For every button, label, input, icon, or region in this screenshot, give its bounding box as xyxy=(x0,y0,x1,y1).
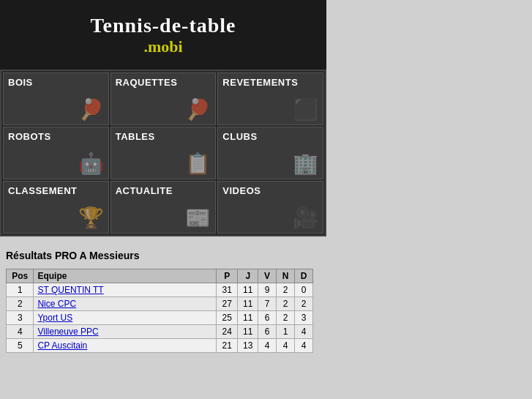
nav-item-classement[interactable]: CLASSEMENT🏆 xyxy=(3,181,109,234)
col-header-pos: Pos xyxy=(7,269,34,283)
cell-v: 4 xyxy=(258,339,277,353)
col-header-p: P xyxy=(216,269,237,283)
site-header: Tennis-de-table .mobi xyxy=(0,0,326,70)
cell-d: 2 xyxy=(295,297,313,311)
nav-label-clubs: CLUBS xyxy=(222,131,257,142)
robots-icon: 🤖 xyxy=(78,152,104,176)
nav-label-robots: ROBOTS xyxy=(8,131,51,142)
page-wrapper: Tennis-de-table .mobi BOIS🏓RAQUETTES🏓REV… xyxy=(0,0,532,399)
content-area: Résultats PRO A Messieurs Pos Equipe P J… xyxy=(0,236,532,360)
nav-item-actualite[interactable]: ACTUALITE📰 xyxy=(110,181,217,234)
col-header-d: D xyxy=(295,269,313,283)
team-link[interactable]: CP Auscitain xyxy=(37,340,87,351)
site-subtitle: .mobi xyxy=(143,37,182,56)
cell-v: 9 xyxy=(258,283,277,297)
team-link[interactable]: Yport US xyxy=(37,313,72,323)
cell-equipe[interactable]: CP Auscitain xyxy=(34,339,217,353)
cell-pos: 1 xyxy=(7,283,34,297)
cell-equipe[interactable]: Nice CPC xyxy=(34,297,217,311)
table-head: Pos Equipe P J V N D xyxy=(7,269,313,283)
table-row: 3Yport US2511623 xyxy=(7,311,313,325)
table-row: 2Nice CPC2711722 xyxy=(7,297,313,311)
nav-item-revetements[interactable]: REVETEMENTS⬛ xyxy=(217,72,323,125)
team-link[interactable]: Nice CPC xyxy=(37,299,76,309)
cell-p: 27 xyxy=(216,297,237,311)
nav-item-clubs[interactable]: CLUBS🏢 xyxy=(217,127,323,179)
cell-v: 6 xyxy=(258,311,277,325)
table-row: 1ST QUENTIN TT3111920 xyxy=(7,283,313,297)
classement-icon: 🏆 xyxy=(78,206,104,230)
cell-p: 21 xyxy=(216,339,237,353)
nav-item-bois[interactable]: BOIS🏓 xyxy=(3,72,109,125)
team-link[interactable]: Villeneuve PPC xyxy=(37,327,98,337)
cell-n: 2 xyxy=(277,311,295,325)
cell-n: 4 xyxy=(277,339,295,353)
nav-item-videos[interactable]: VIDEOS🎥 xyxy=(217,181,323,234)
cell-d: 4 xyxy=(295,339,313,353)
nav-label-actualite: ACTUALITE xyxy=(116,185,173,196)
raquettes-icon: 🏓 xyxy=(185,97,211,122)
col-header-equipe: Equipe xyxy=(34,269,217,283)
table-row: 5CP Auscitain2113444 xyxy=(7,339,313,353)
revetements-icon: ⬛ xyxy=(293,97,318,122)
nav-item-robots[interactable]: ROBOTS🤖 xyxy=(3,127,109,179)
nav-item-raquettes[interactable]: RAQUETTES🏓 xyxy=(110,72,217,125)
results-table: Pos Equipe P J V N D 1ST QUENTIN TT31119… xyxy=(6,269,313,353)
cell-j: 13 xyxy=(238,339,258,353)
nav-grid: BOIS🏓RAQUETTES🏓REVETEMENTS⬛ROBOTS🤖TABLES… xyxy=(0,70,326,236)
videos-icon: 🎥 xyxy=(293,206,318,230)
nav-label-revetements: REVETEMENTS xyxy=(222,77,298,88)
cell-n: 1 xyxy=(277,325,295,339)
col-header-n: N xyxy=(277,269,295,283)
nav-label-tables: TABLES xyxy=(116,131,155,142)
team-link[interactable]: ST QUENTIN TT xyxy=(37,285,103,295)
site-title: Tennis-de-table xyxy=(90,14,236,37)
section-title: Résultats PRO A Messieurs xyxy=(6,250,526,261)
col-header-v: V xyxy=(258,269,277,283)
cell-p: 25 xyxy=(216,311,237,325)
cell-pos: 4 xyxy=(7,325,34,339)
col-header-j: J xyxy=(238,269,258,283)
cell-v: 6 xyxy=(258,325,277,339)
cell-equipe[interactable]: Yport US xyxy=(34,311,217,325)
cell-d: 4 xyxy=(295,325,313,339)
cell-d: 3 xyxy=(295,311,313,325)
cell-n: 2 xyxy=(277,283,295,297)
nav-label-videos: VIDEOS xyxy=(222,185,261,196)
cell-v: 7 xyxy=(258,297,277,311)
cell-j: 11 xyxy=(238,283,258,297)
cell-equipe[interactable]: Villeneuve PPC xyxy=(34,325,217,339)
nav-label-classement: CLASSEMENT xyxy=(8,185,78,196)
nav-label-raquettes: RAQUETTES xyxy=(116,77,178,88)
cell-j: 11 xyxy=(238,297,258,311)
cell-j: 11 xyxy=(238,311,258,325)
clubs-icon: 🏢 xyxy=(293,152,318,176)
table-body: 1ST QUENTIN TT31119202Nice CPC27117223Yp… xyxy=(7,283,313,353)
nav-item-tables[interactable]: TABLES📋 xyxy=(110,127,217,179)
cell-pos: 3 xyxy=(7,311,34,325)
cell-equipe[interactable]: ST QUENTIN TT xyxy=(34,283,217,297)
cell-p: 24 xyxy=(216,325,237,339)
tables-icon: 📋 xyxy=(185,152,211,176)
table-row: 4Villeneuve PPC2411614 xyxy=(7,325,313,339)
cell-j: 11 xyxy=(238,325,258,339)
cell-pos: 2 xyxy=(7,297,34,311)
bois-icon: 🏓 xyxy=(78,97,104,122)
cell-n: 2 xyxy=(277,297,295,311)
actualite-icon: 📰 xyxy=(185,206,211,230)
cell-d: 0 xyxy=(295,283,313,297)
cell-p: 31 xyxy=(216,283,237,297)
cell-pos: 5 xyxy=(7,339,34,353)
nav-label-bois: BOIS xyxy=(8,77,33,88)
